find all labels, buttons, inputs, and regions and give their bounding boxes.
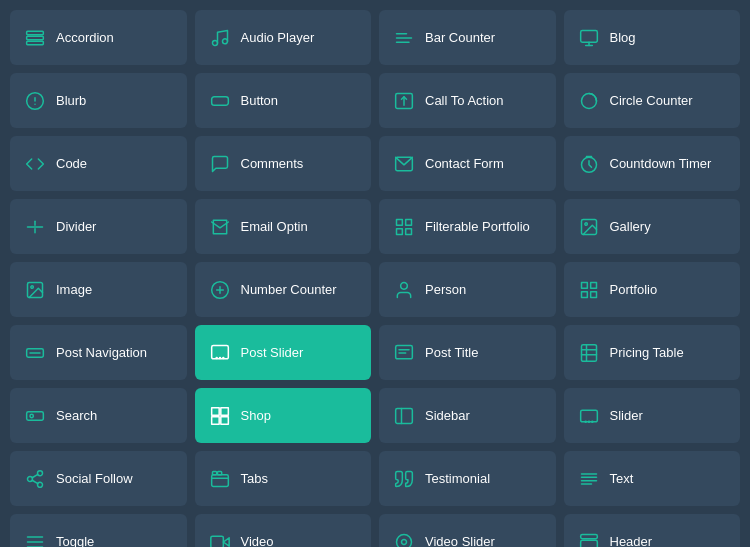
post-title-label: Post Title — [425, 345, 478, 361]
bar-counter-label: Bar Counter — [425, 30, 495, 46]
widget-item-post-navigation[interactable]: Post Navigation — [10, 325, 187, 380]
widget-item-blurb[interactable]: Blurb — [10, 73, 187, 128]
divider-icon — [24, 216, 46, 238]
video-slider-label: Video Slider — [425, 534, 495, 547]
widget-item-text[interactable]: Text — [564, 451, 741, 506]
post-title-icon — [393, 342, 415, 364]
widget-item-person[interactable]: Person — [379, 262, 556, 317]
widget-item-bar-counter[interactable]: Bar Counter — [379, 10, 556, 65]
widget-item-accordion[interactable]: Accordion — [10, 10, 187, 65]
widget-item-post-title[interactable]: Post Title — [379, 325, 556, 380]
svg-rect-39 — [590, 291, 596, 297]
widget-item-button[interactable]: Button — [195, 73, 372, 128]
gallery-icon — [578, 216, 600, 238]
svg-rect-24 — [397, 219, 403, 225]
svg-rect-14 — [211, 96, 228, 104]
widget-item-search[interactable]: Search — [10, 388, 187, 443]
gallery-label: Gallery — [610, 219, 651, 235]
widget-item-contact-form[interactable]: Contact Form — [379, 136, 556, 191]
svg-point-31 — [31, 285, 33, 288]
widget-item-email-optin[interactable]: Email Optin — [195, 199, 372, 254]
pricing-table-icon — [578, 342, 600, 364]
slider-icon — [578, 405, 600, 427]
svg-line-69 — [32, 474, 38, 477]
widget-item-blog[interactable]: Blog — [564, 10, 741, 65]
widget-item-toggle[interactable]: Toggle — [10, 514, 187, 547]
widget-item-gallery[interactable]: Gallery — [564, 199, 741, 254]
widget-item-header[interactable]: Header — [564, 514, 741, 547]
widget-item-shop[interactable]: Shop — [195, 388, 372, 443]
divider-label: Divider — [56, 219, 96, 235]
number-counter-label: Number Counter — [241, 282, 337, 298]
svg-rect-84 — [580, 534, 597, 538]
widget-item-circle-counter[interactable]: Circle Counter — [564, 73, 741, 128]
widget-item-code[interactable]: Code — [10, 136, 187, 191]
post-navigation-icon — [24, 342, 46, 364]
text-label: Text — [610, 471, 634, 487]
widget-item-audio-player[interactable]: Audio Player — [195, 10, 372, 65]
svg-rect-8 — [580, 30, 597, 42]
search-icon — [24, 405, 46, 427]
portfolio-icon — [578, 279, 600, 301]
widget-item-video-slider[interactable]: Video Slider — [379, 514, 556, 547]
svg-point-82 — [397, 534, 412, 547]
svg-point-43 — [215, 356, 218, 359]
button-label: Button — [241, 93, 279, 109]
circle-counter-label: Circle Counter — [610, 93, 693, 109]
video-slider-icon — [393, 531, 415, 548]
widget-item-tabs[interactable]: Tabs — [195, 451, 372, 506]
svg-point-54 — [30, 414, 33, 417]
widget-item-image[interactable]: Image — [10, 262, 187, 317]
svg-point-63 — [587, 420, 590, 423]
testimonial-label: Testimonial — [425, 471, 490, 487]
call-to-action-icon — [393, 90, 415, 112]
svg-rect-61 — [580, 410, 597, 422]
widget-item-call-to-action[interactable]: Call To Action — [379, 73, 556, 128]
widget-item-testimonial[interactable]: Testimonial — [379, 451, 556, 506]
widget-item-portfolio[interactable]: Portfolio — [564, 262, 741, 317]
post-slider-icon — [209, 342, 231, 364]
svg-rect-72 — [217, 471, 221, 474]
filterable-portfolio-label: Filterable Portfolio — [425, 219, 530, 235]
blurb-label: Blurb — [56, 93, 86, 109]
svg-rect-27 — [406, 228, 412, 234]
svg-point-4 — [222, 38, 227, 43]
post-navigation-label: Post Navigation — [56, 345, 147, 361]
slider-label: Slider — [610, 408, 643, 424]
audio-player-icon — [209, 27, 231, 49]
call-to-action-label: Call To Action — [425, 93, 504, 109]
search-label: Search — [56, 408, 97, 424]
svg-point-35 — [401, 282, 408, 289]
svg-point-83 — [402, 539, 407, 544]
svg-marker-80 — [223, 537, 229, 545]
widget-item-pricing-table[interactable]: Pricing Table — [564, 325, 741, 380]
shop-icon — [209, 405, 231, 427]
button-icon — [209, 90, 231, 112]
tabs-icon — [209, 468, 231, 490]
image-icon — [24, 279, 46, 301]
person-label: Person — [425, 282, 466, 298]
svg-rect-85 — [580, 540, 597, 547]
widget-item-filterable-portfolio[interactable]: Filterable Portfolio — [379, 199, 556, 254]
video-label: Video — [241, 534, 274, 547]
widget-item-video[interactable]: Video — [195, 514, 372, 547]
video-icon — [209, 531, 231, 548]
svg-point-64 — [591, 420, 594, 423]
svg-rect-57 — [211, 416, 219, 424]
number-counter-icon — [209, 279, 231, 301]
widget-item-slider[interactable]: Slider — [564, 388, 741, 443]
widget-item-divider[interactable]: Divider — [10, 199, 187, 254]
widget-item-comments[interactable]: Comments — [195, 136, 372, 191]
widget-item-number-counter[interactable]: Number Counter — [195, 262, 372, 317]
widget-item-social-follow[interactable]: Social Follow — [10, 451, 187, 506]
widget-item-countdown-timer[interactable]: Countdown Timer — [564, 136, 741, 191]
post-slider-label: Post Slider — [241, 345, 304, 361]
blog-label: Blog — [610, 30, 636, 46]
svg-rect-36 — [581, 282, 587, 288]
blurb-icon — [24, 90, 46, 112]
widget-item-sidebar[interactable]: Sidebar — [379, 388, 556, 443]
widget-item-post-slider[interactable]: Post Slider — [195, 325, 372, 380]
svg-rect-2 — [27, 41, 44, 44]
svg-rect-53 — [27, 411, 44, 419]
svg-rect-37 — [590, 282, 596, 288]
